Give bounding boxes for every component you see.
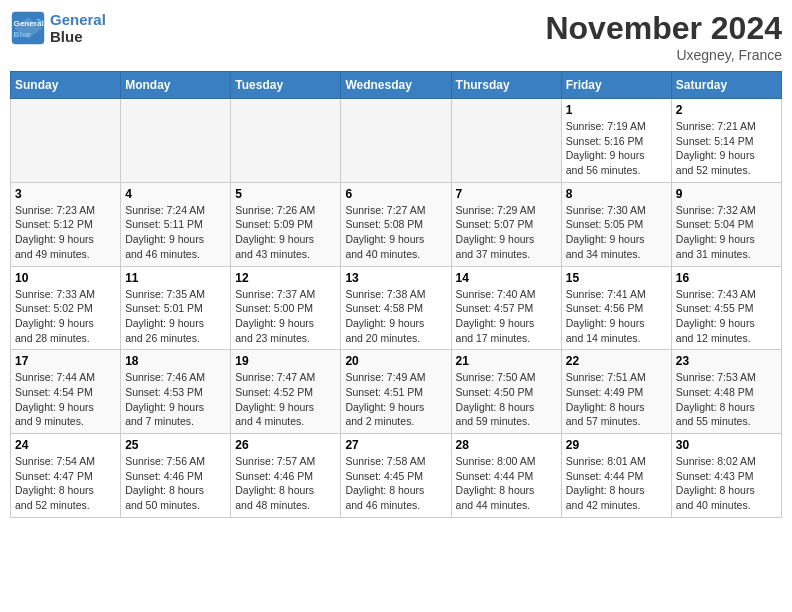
- calendar-cell: [341, 99, 451, 183]
- calendar-cell: 2Sunrise: 7:21 AM Sunset: 5:14 PM Daylig…: [671, 99, 781, 183]
- day-info: Sunrise: 7:58 AM Sunset: 4:45 PM Dayligh…: [345, 454, 446, 513]
- calendar-cell: 24Sunrise: 7:54 AM Sunset: 4:47 PM Dayli…: [11, 434, 121, 518]
- calendar-cell: 8Sunrise: 7:30 AM Sunset: 5:05 PM Daylig…: [561, 182, 671, 266]
- day-number: 14: [456, 271, 557, 285]
- day-info: Sunrise: 7:41 AM Sunset: 4:56 PM Dayligh…: [566, 287, 667, 346]
- calendar-cell: 22Sunrise: 7:51 AM Sunset: 4:49 PM Dayli…: [561, 350, 671, 434]
- day-number: 29: [566, 438, 667, 452]
- day-number: 23: [676, 354, 777, 368]
- day-number: 18: [125, 354, 226, 368]
- calendar-cell: 6Sunrise: 7:27 AM Sunset: 5:08 PM Daylig…: [341, 182, 451, 266]
- day-info: Sunrise: 7:54 AM Sunset: 4:47 PM Dayligh…: [15, 454, 116, 513]
- day-info: Sunrise: 7:50 AM Sunset: 4:50 PM Dayligh…: [456, 370, 557, 429]
- day-info: Sunrise: 7:53 AM Sunset: 4:48 PM Dayligh…: [676, 370, 777, 429]
- day-info: Sunrise: 7:57 AM Sunset: 4:46 PM Dayligh…: [235, 454, 336, 513]
- logo-blue: Blue: [50, 28, 83, 45]
- day-info: Sunrise: 7:37 AM Sunset: 5:00 PM Dayligh…: [235, 287, 336, 346]
- day-info: Sunrise: 7:35 AM Sunset: 5:01 PM Dayligh…: [125, 287, 226, 346]
- calendar-cell: [11, 99, 121, 183]
- day-info: Sunrise: 7:38 AM Sunset: 4:58 PM Dayligh…: [345, 287, 446, 346]
- day-number: 4: [125, 187, 226, 201]
- calendar-cell: 12Sunrise: 7:37 AM Sunset: 5:00 PM Dayli…: [231, 266, 341, 350]
- title-block: November 2024 Uxegney, France: [545, 10, 782, 63]
- calendar-cell: 18Sunrise: 7:46 AM Sunset: 4:53 PM Dayli…: [121, 350, 231, 434]
- calendar-cell: 26Sunrise: 7:57 AM Sunset: 4:46 PM Dayli…: [231, 434, 341, 518]
- weekday-header: Saturday: [671, 72, 781, 99]
- day-number: 12: [235, 271, 336, 285]
- day-number: 9: [676, 187, 777, 201]
- day-info: Sunrise: 7:49 AM Sunset: 4:51 PM Dayligh…: [345, 370, 446, 429]
- month-title: November 2024: [545, 10, 782, 47]
- calendar-cell: 17Sunrise: 7:44 AM Sunset: 4:54 PM Dayli…: [11, 350, 121, 434]
- day-info: Sunrise: 7:51 AM Sunset: 4:49 PM Dayligh…: [566, 370, 667, 429]
- day-info: Sunrise: 7:43 AM Sunset: 4:55 PM Dayligh…: [676, 287, 777, 346]
- calendar-cell: 5Sunrise: 7:26 AM Sunset: 5:09 PM Daylig…: [231, 182, 341, 266]
- day-info: Sunrise: 7:24 AM Sunset: 5:11 PM Dayligh…: [125, 203, 226, 262]
- weekday-header: Tuesday: [231, 72, 341, 99]
- calendar-cell: 16Sunrise: 7:43 AM Sunset: 4:55 PM Dayli…: [671, 266, 781, 350]
- calendar-cell: 30Sunrise: 8:02 AM Sunset: 4:43 PM Dayli…: [671, 434, 781, 518]
- day-number: 30: [676, 438, 777, 452]
- calendar-cell: 9Sunrise: 7:32 AM Sunset: 5:04 PM Daylig…: [671, 182, 781, 266]
- calendar-cell: 20Sunrise: 7:49 AM Sunset: 4:51 PM Dayli…: [341, 350, 451, 434]
- day-info: Sunrise: 7:29 AM Sunset: 5:07 PM Dayligh…: [456, 203, 557, 262]
- weekday-header: Sunday: [11, 72, 121, 99]
- day-number: 1: [566, 103, 667, 117]
- weekday-header: Wednesday: [341, 72, 451, 99]
- day-info: Sunrise: 8:01 AM Sunset: 4:44 PM Dayligh…: [566, 454, 667, 513]
- day-number: 10: [15, 271, 116, 285]
- calendar-week-row: 1Sunrise: 7:19 AM Sunset: 5:16 PM Daylig…: [11, 99, 782, 183]
- day-info: Sunrise: 7:47 AM Sunset: 4:52 PM Dayligh…: [235, 370, 336, 429]
- page-header: General Blue General Blue November 2024 …: [10, 10, 782, 63]
- day-info: Sunrise: 7:33 AM Sunset: 5:02 PM Dayligh…: [15, 287, 116, 346]
- calendar-cell: 1Sunrise: 7:19 AM Sunset: 5:16 PM Daylig…: [561, 99, 671, 183]
- logo: General Blue General Blue: [10, 10, 106, 46]
- day-info: Sunrise: 7:21 AM Sunset: 5:14 PM Dayligh…: [676, 119, 777, 178]
- day-info: Sunrise: 7:46 AM Sunset: 4:53 PM Dayligh…: [125, 370, 226, 429]
- day-info: Sunrise: 7:30 AM Sunset: 5:05 PM Dayligh…: [566, 203, 667, 262]
- calendar-cell: 11Sunrise: 7:35 AM Sunset: 5:01 PM Dayli…: [121, 266, 231, 350]
- day-number: 2: [676, 103, 777, 117]
- day-info: Sunrise: 7:40 AM Sunset: 4:57 PM Dayligh…: [456, 287, 557, 346]
- calendar-cell: 13Sunrise: 7:38 AM Sunset: 4:58 PM Dayli…: [341, 266, 451, 350]
- calendar-cell: 15Sunrise: 7:41 AM Sunset: 4:56 PM Dayli…: [561, 266, 671, 350]
- day-info: Sunrise: 7:26 AM Sunset: 5:09 PM Dayligh…: [235, 203, 336, 262]
- day-number: 25: [125, 438, 226, 452]
- day-number: 13: [345, 271, 446, 285]
- calendar-cell: 27Sunrise: 7:58 AM Sunset: 4:45 PM Dayli…: [341, 434, 451, 518]
- day-number: 22: [566, 354, 667, 368]
- calendar-week-row: 10Sunrise: 7:33 AM Sunset: 5:02 PM Dayli…: [11, 266, 782, 350]
- day-number: 15: [566, 271, 667, 285]
- calendar-cell: 10Sunrise: 7:33 AM Sunset: 5:02 PM Dayli…: [11, 266, 121, 350]
- calendar-cell: 28Sunrise: 8:00 AM Sunset: 4:44 PM Dayli…: [451, 434, 561, 518]
- day-number: 8: [566, 187, 667, 201]
- day-number: 7: [456, 187, 557, 201]
- day-number: 26: [235, 438, 336, 452]
- weekday-header: Thursday: [451, 72, 561, 99]
- day-number: 16: [676, 271, 777, 285]
- day-number: 5: [235, 187, 336, 201]
- day-info: Sunrise: 7:32 AM Sunset: 5:04 PM Dayligh…: [676, 203, 777, 262]
- calendar-cell: [231, 99, 341, 183]
- calendar-week-row: 17Sunrise: 7:44 AM Sunset: 4:54 PM Dayli…: [11, 350, 782, 434]
- day-number: 20: [345, 354, 446, 368]
- day-info: Sunrise: 7:56 AM Sunset: 4:46 PM Dayligh…: [125, 454, 226, 513]
- calendar-cell: 4Sunrise: 7:24 AM Sunset: 5:11 PM Daylig…: [121, 182, 231, 266]
- day-info: Sunrise: 7:44 AM Sunset: 4:54 PM Dayligh…: [15, 370, 116, 429]
- svg-text:Blue: Blue: [14, 30, 32, 39]
- day-info: Sunrise: 7:23 AM Sunset: 5:12 PM Dayligh…: [15, 203, 116, 262]
- day-number: 28: [456, 438, 557, 452]
- location: Uxegney, France: [545, 47, 782, 63]
- calendar-header-row: SundayMondayTuesdayWednesdayThursdayFrid…: [11, 72, 782, 99]
- weekday-header: Friday: [561, 72, 671, 99]
- day-number: 27: [345, 438, 446, 452]
- calendar-cell: 14Sunrise: 7:40 AM Sunset: 4:57 PM Dayli…: [451, 266, 561, 350]
- day-info: Sunrise: 8:00 AM Sunset: 4:44 PM Dayligh…: [456, 454, 557, 513]
- day-number: 3: [15, 187, 116, 201]
- calendar-cell: 25Sunrise: 7:56 AM Sunset: 4:46 PM Dayli…: [121, 434, 231, 518]
- day-number: 11: [125, 271, 226, 285]
- day-number: 21: [456, 354, 557, 368]
- day-number: 17: [15, 354, 116, 368]
- day-number: 19: [235, 354, 336, 368]
- calendar-week-row: 24Sunrise: 7:54 AM Sunset: 4:47 PM Dayli…: [11, 434, 782, 518]
